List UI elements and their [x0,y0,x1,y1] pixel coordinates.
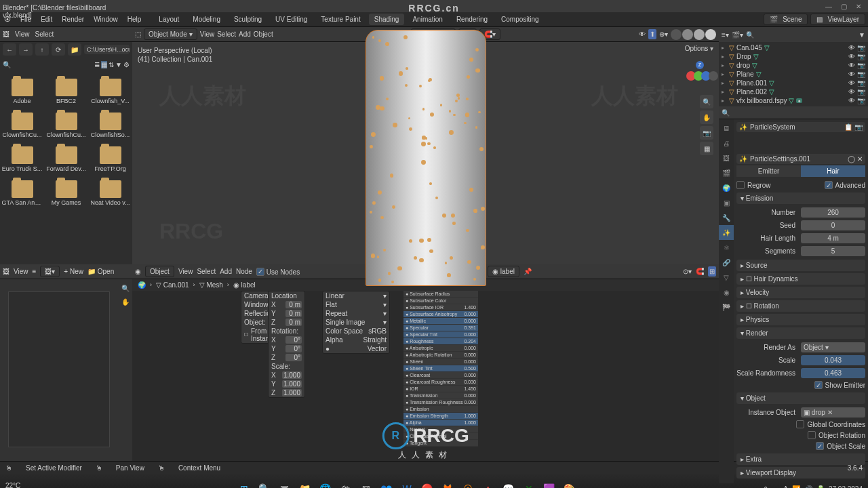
camera-icon[interactable]: 📷 [857,97,865,104]
node-view[interactable]: View [178,268,193,275]
folder-item[interactable]: ClownfishCu... [45,110,87,141]
outliner-row[interactable]: ▸▽drop ▽👁📷 [720,61,867,70]
sort-button[interactable]: ⇅ [108,61,114,68]
bsdf-row[interactable]: ● Clearcoat0.000 [403,372,478,379]
tab-modeling[interactable]: Modeling [187,14,226,25]
node-type[interactable]: Object [145,266,174,277]
uv-open[interactable]: 📁 Open [87,268,114,275]
menu-help[interactable]: Help [126,16,143,23]
bsdf-row[interactable]: ● Clearcoat Roughness0.030 [403,379,478,386]
tray-bat[interactable]: 🔋 [816,485,825,489]
shading-material[interactable] [694,29,705,40]
bc-world-icon[interactable]: 🌍 [138,281,146,289]
ptab-output[interactable]: 🖨 [719,136,734,150]
menu-edit[interactable]: Edit [39,16,54,23]
bsdf-row[interactable]: ● Transmission0.000 [403,392,478,399]
bsdf-row[interactable]: ● Subsurface Radius [403,291,478,298]
eye-icon[interactable]: 👁 [848,79,855,87]
outliner-row[interactable]: ▸▽Drop ▽👁📷 [720,52,867,61]
bsdf-row[interactable]: ● Sheen0.000 [403,359,478,365]
tab-uv[interactable]: UV Editing [270,14,313,25]
outliner-row[interactable]: ▸▽vfx billboard.fspy ▽●👁📷 [720,96,867,105]
ptab-constraint[interactable]: 🔗 [719,255,734,270]
ptab-data[interactable]: ▽ [719,270,734,285]
use-nodes-check[interactable]: ✓ Use Nodes [256,268,300,276]
fb-select[interactable]: Select [35,30,54,38]
node-overlay[interactable]: ⊙▾ [683,268,692,275]
tb-chrome[interactable]: 🔴 [418,480,436,488]
folder-item[interactable]: FreeTP.Org [90,144,131,175]
outliner-search-icon[interactable]: 🔍 [746,31,754,39]
ptab-view[interactable]: 🖼 [719,150,734,165]
viewlayer-selector[interactable]: ▤ViewLayer [810,14,865,25]
vp-view[interactable]: View [200,30,215,38]
bsdf-row[interactable]: ● Specular0.391 [403,325,478,331]
can-mesh[interactable] [366,30,486,286]
bsdf-row[interactable]: ● IOR1.450 [403,386,478,392]
shading-solid[interactable] [682,29,693,40]
tb-xbox[interactable]: ✕ [520,480,538,488]
eye-icon[interactable]: 👁 [848,62,855,69]
tab-compositing[interactable]: Compositing [496,14,545,25]
bsdf-row[interactable]: ● Subsurface Color [403,298,478,304]
tab-layout[interactable]: Layout [153,14,184,25]
tray-vol[interactable]: 🔊 [804,485,812,489]
tab-rendering[interactable]: Rendering [451,14,493,25]
uv-view[interactable]: View [14,268,28,275]
sec-object[interactable]: ▾ Object [736,392,865,404]
weather-temp[interactable]: 22°C [5,482,51,488]
tb-taskview[interactable]: ▣ [276,480,294,488]
camera-icon[interactable]: 📷 [857,53,865,60]
ptab-world[interactable]: 🌍 [719,180,734,195]
vp-options[interactable]: Options ▾ [685,45,713,52]
outliner-funnel-icon[interactable]: ▼ [859,31,865,39]
flag-objrot[interactable] [808,431,816,439]
folder-item[interactable]: BFBC2 [45,76,87,107]
ptab-render[interactable]: 🖥 [719,121,734,136]
bsdf-row[interactable]: ● Anisotropic0.000 [403,345,478,352]
sec-hairdyn[interactable]: ▸ ☐ Hair Dynamics [736,273,865,285]
menu-render[interactable]: Render [60,16,85,23]
pin-icon[interactable]: 📌 [524,268,532,275]
overlay-toggle[interactable]: ⊕▾ [659,30,668,38]
uv-editor-icon[interactable]: 🖼 [3,268,9,275]
sec-extra[interactable]: ▸ Extra [736,453,865,465]
flag-objscale[interactable]: ✓ [816,442,824,450]
folder-item[interactable]: ClownfishSo... [90,110,131,141]
fb-view[interactable]: View [15,30,30,38]
prop-value[interactable]: 0 [801,220,865,230]
flag-global[interactable] [796,420,804,428]
tb-vlc[interactable]: 🔺 [479,480,497,488]
render-as-select[interactable]: Object ▾ [801,342,865,352]
shading-render[interactable] [705,29,716,40]
nav-up-button[interactable]: ↑ [35,43,49,56]
node-menu[interactable]: Node [236,268,252,275]
maximize-button[interactable]: ▢ [837,1,850,11]
filter-button[interactable]: ▼ [115,61,122,68]
node-select[interactable]: Select [197,268,216,275]
outliner-row[interactable]: ▸▽Plane.002 ▽👁📷 [720,87,867,96]
tb-teams[interactable]: 👥 [378,480,395,488]
tab-sculpting[interactable]: Sculpting [229,14,267,25]
camera-icon[interactable]: 📷 [857,88,865,96]
camera-icon[interactable]: 📷 [857,44,865,52]
persp-tool[interactable]: ▦ [700,142,713,155]
prop-value[interactable]: 0.043 [801,355,865,365]
close-button[interactable]: ✕ [852,1,865,11]
axis-z[interactable]: Z [696,61,704,69]
tab-emitter[interactable]: Emitter [736,165,801,177]
tray-up[interactable]: ⌃ [763,485,768,489]
outliner-row[interactable]: ▸▽Can.045 ▽👁📷 [720,43,867,52]
selectability-icon[interactable]: 👁 [639,30,646,38]
gizmo-toggle[interactable]: ⬆ [648,29,656,39]
tb-search[interactable]: 🔍 [256,480,273,488]
zoom-tool[interactable]: 🔍 [700,95,713,108]
display-list-button[interactable]: ≣ [94,61,100,68]
nav-refresh-button[interactable]: ⟳ [52,43,65,56]
tb-edge[interactable]: 🌐 [317,480,334,488]
nav-fwd-button[interactable]: → [19,43,33,56]
ptab-modifier[interactable]: 🔧 [719,210,734,225]
tb-mail[interactable]: ✉ [357,480,375,488]
tray-lang[interactable]: A [783,485,788,489]
psys-name-field[interactable]: ✨ ParticleSystem📋 📷 [736,122,865,132]
